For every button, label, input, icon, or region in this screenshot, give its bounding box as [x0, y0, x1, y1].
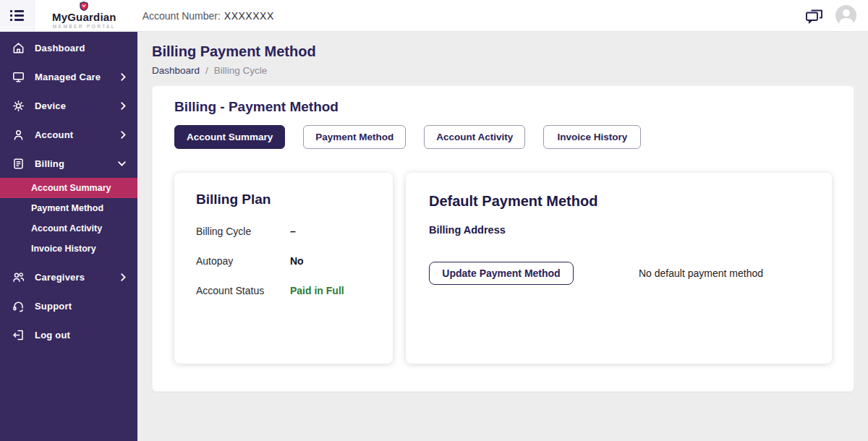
menu-button[interactable]: [0, 0, 35, 31]
brand-name: MyGuardian: [52, 12, 116, 22]
billing-subnav: Account Summary Payment Method Account A…: [0, 178, 137, 259]
sidebar-item-label: Account: [35, 129, 73, 140]
account-number-value: XXXXXXX: [224, 10, 274, 22]
billing-plan-row: Account Status Paid in Full: [196, 285, 371, 296]
sidebar-item-account[interactable]: Account: [0, 120, 137, 149]
logout-icon: [12, 328, 25, 342]
headset-icon: [12, 299, 25, 313]
default-payment-card: Default Payment Method Billing Address U…: [406, 173, 832, 364]
billing-cycle-label: Billing Cycle: [196, 226, 290, 237]
chevron-right-icon: [121, 102, 126, 110]
brand-subtitle: MEMBER PORTAL: [53, 25, 116, 30]
billing-address-label: Billing Address: [429, 224, 809, 236]
sidebar-item-logout[interactable]: Log out: [0, 320, 137, 349]
sidebar-subitem-label: Account Activity: [31, 223, 102, 234]
billing-icon: [12, 157, 25, 171]
billing-cycle-value: –: [290, 226, 296, 237]
card-title: Billing - Payment Method: [174, 99, 832, 115]
update-payment-method-button[interactable]: Update Payment Method: [429, 262, 574, 285]
sidebar-item-device[interactable]: Device: [0, 91, 137, 120]
account-status-value: Paid in Full: [290, 285, 344, 296]
sidebar-subitem-account-activity[interactable]: Account Activity: [0, 218, 137, 239]
sidebar-item-caregivers[interactable]: Caregivers: [0, 262, 137, 291]
breadcrumb: Dashboard / Billing Cycle: [152, 65, 854, 76]
sidebar-subitem-account-summary[interactable]: Account Summary: [0, 178, 137, 198]
avatar[interactable]: [835, 5, 856, 26]
tab-invoice-history[interactable]: Invoice History: [543, 125, 641, 149]
shield-logo-icon: [80, 1, 88, 11]
sidebar-subitem-invoice-history[interactable]: Invoice History: [0, 239, 137, 259]
avatar-person-icon: [843, 9, 850, 17]
sidebar-item-label: Managed Care: [35, 72, 101, 82]
account-status-label: Account Status: [196, 285, 290, 296]
breadcrumb-separator: /: [205, 65, 208, 76]
user-icon: [12, 128, 25, 142]
sidebar-subitem-payment-method[interactable]: Payment Method: [0, 198, 137, 218]
billing-plan-title: Billing Plan: [196, 192, 371, 207]
tab-account-summary[interactable]: Account Summary: [174, 125, 285, 149]
monitor-icon: [12, 70, 25, 84]
sidebar-item-label: Device: [35, 100, 66, 111]
chevron-right-icon: [121, 273, 126, 281]
main-content: Billing Payment Method Dashboard / Billi…: [137, 32, 868, 441]
sidebar-item-dashboard[interactable]: Dashboard: [0, 33, 137, 62]
tab-payment-method[interactable]: Payment Method: [303, 125, 406, 149]
sidebar-item-label: Dashboard: [35, 43, 85, 53]
sidebar-item-support[interactable]: Support: [0, 291, 137, 320]
sidebar: Dashboard Managed Care Device: [0, 32, 137, 441]
sidebar-item-label: Support: [35, 301, 72, 312]
sidebar-item-label: Billing: [35, 158, 64, 169]
tab-account-activity[interactable]: Account Activity: [424, 125, 525, 149]
app-header: MyGuardian MEMBER PORTAL Account Number:…: [0, 0, 868, 32]
page-title: Billing Payment Method: [152, 43, 854, 60]
billing-plan-row: Autopay No: [196, 255, 371, 267]
sidebar-item-label: Caregivers: [35, 272, 85, 283]
menu-list-icon: [10, 10, 24, 21]
sidebar-subitem-label: Account Summary: [31, 183, 111, 193]
chevron-right-icon: [121, 73, 126, 81]
breadcrumb-current: Billing Cycle: [214, 65, 268, 76]
gear-icon: [12, 99, 25, 113]
chevron-down-icon: [118, 161, 126, 166]
sidebar-item-billing[interactable]: Billing: [0, 149, 137, 178]
no-default-payment-text: No default payment method: [639, 267, 763, 279]
account-number-label: Account Number:: [142, 10, 221, 22]
autopay-value: No: [290, 255, 304, 267]
autopay-label: Autopay: [196, 255, 290, 267]
sidebar-item-label: Log out: [35, 330, 70, 341]
chat-icon: [804, 7, 824, 25]
home-icon: [12, 41, 25, 55]
tab-bar: Account Summary Payment Method Account A…: [174, 125, 832, 149]
sidebar-subitem-label: Payment Method: [31, 203, 103, 213]
billing-plan-row: Billing Cycle –: [196, 226, 371, 237]
chevron-right-icon: [121, 131, 126, 139]
breadcrumb-dashboard[interactable]: Dashboard: [152, 65, 200, 76]
chat-button[interactable]: [804, 7, 824, 25]
brand-logo: MyGuardian MEMBER PORTAL: [52, 1, 116, 30]
people-icon: [12, 270, 25, 284]
sidebar-subitem-label: Invoice History: [31, 244, 96, 254]
billing-payment-card: Billing - Payment Method Account Summary…: [152, 85, 854, 392]
account-number: Account Number:XXXXXXX: [142, 10, 274, 22]
default-payment-title: Default Payment Method: [429, 193, 809, 210]
billing-plan-card: Billing Plan Billing Cycle – Autopay No …: [174, 173, 393, 364]
sidebar-item-managed-care[interactable]: Managed Care: [0, 62, 137, 91]
